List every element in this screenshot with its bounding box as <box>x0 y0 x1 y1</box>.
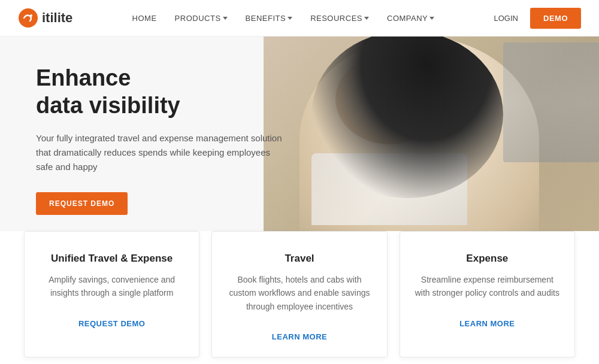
hero-content: Enhance data visibility Your fully integ… <box>0 65 288 215</box>
card-unified-desc: Amplify savings, convenience and insight… <box>40 273 184 300</box>
logo-icon <box>18 8 38 28</box>
svg-point-1 <box>30 14 32 17</box>
card-unified-link[interactable]: REQUEST DEMO <box>78 319 145 328</box>
card-travel-desc: Book flights, hotels and cabs with custo… <box>227 273 371 313</box>
nav-link-benefits[interactable]: BENEFITS <box>246 14 293 23</box>
logo-link[interactable]: itilite <box>18 8 72 28</box>
nav-link-company[interactable]: COMPANY <box>387 14 434 23</box>
nav-item-products[interactable]: PRODUCTS <box>175 14 228 23</box>
nav-item-company[interactable]: COMPANY <box>387 14 434 23</box>
hero-cta-button[interactable]: REQUEST DEMO <box>36 192 128 215</box>
nav-item-home[interactable]: HOME <box>132 13 157 23</box>
card-unified: Unified Travel & Expense Amplify savings… <box>24 231 199 357</box>
card-expense-desc: Streamline expense reimbursement with st… <box>415 273 559 300</box>
chevron-down-icon <box>429 17 434 20</box>
nav-item-resources[interactable]: RESOURCES <box>310 14 369 23</box>
card-travel: Travel Book flights, hotels and cabs wit… <box>211 231 387 357</box>
hero-title: Enhance data visibility <box>36 65 288 119</box>
card-expense: Expense Streamline expense reimbursement… <box>400 231 575 357</box>
chevron-down-icon <box>288 17 292 20</box>
nav-link-resources[interactable]: RESOURCES <box>310 14 369 23</box>
card-expense-title: Expense <box>415 253 559 265</box>
nav-link-products[interactable]: PRODUCTS <box>175 14 228 23</box>
chevron-down-icon <box>364 17 369 20</box>
cards-grid: Unified Travel & Expense Amplify savings… <box>24 231 575 357</box>
card-travel-link[interactable]: LEARN MORE <box>272 332 327 341</box>
svg-point-0 <box>19 8 38 28</box>
hero-background-image <box>264 37 599 243</box>
nav-links: HOME PRODUCTS BENEFITS RESOURCES COMPANY <box>132 13 435 23</box>
nav-actions: LOGIN DEMO <box>494 8 581 29</box>
card-unified-title: Unified Travel & Expense <box>40 253 184 265</box>
nav-link-home[interactable]: HOME <box>132 14 157 23</box>
navbar: itilite HOME PRODUCTS BENEFITS RESOURCES <box>0 0 599 37</box>
demo-button[interactable]: DEMO <box>530 8 581 29</box>
nav-item-benefits[interactable]: BENEFITS <box>246 14 293 23</box>
login-link[interactable]: LOGIN <box>494 14 518 23</box>
cards-section: Unified Travel & Expense Amplify savings… <box>0 231 599 364</box>
hero-section: Enhance data visibility Your fully integ… <box>0 37 599 243</box>
card-expense-link[interactable]: LEARN MORE <box>459 319 515 328</box>
hero-subtitle: Your fully integrated travel and expense… <box>36 131 288 174</box>
card-travel-title: Travel <box>227 253 371 265</box>
chevron-down-icon <box>223 17 228 20</box>
logo-text: itilite <box>42 10 72 26</box>
